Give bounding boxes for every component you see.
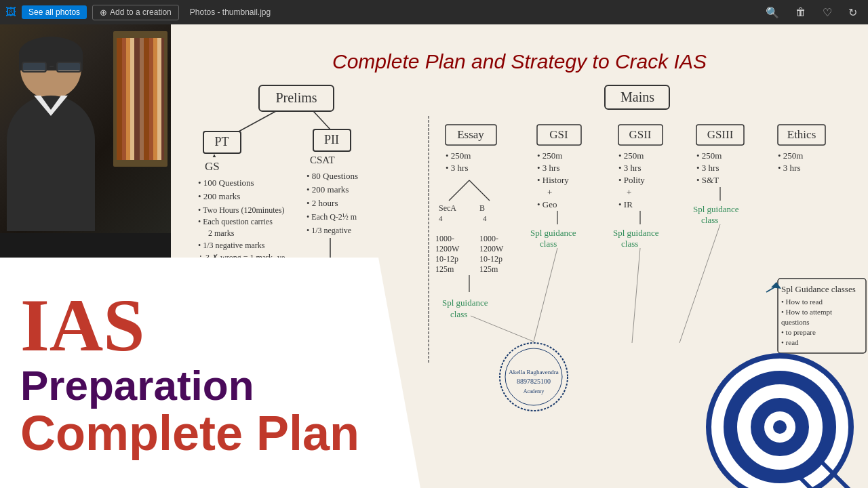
svg-text:GSI: GSI [549,128,568,141]
search-icon[interactable]: 🔍 [760,3,785,22]
svg-text:1000-: 1000- [479,234,498,243]
svg-text:• to prepare: • to prepare [781,328,816,336]
svg-text:• 250m: • 250m [618,150,644,161]
svg-text:• History: • History [537,175,569,185]
svg-text:10-12p: 10-12p [435,254,458,264]
svg-text:Prelims: Prelims [275,90,317,105]
svg-text:• Two Hours (120minutes): • Two Hours (120minutes) [198,205,284,215]
svg-text:1200W: 1200W [435,244,460,253]
svg-text:+: + [547,187,552,197]
svg-text:• 200 marks: • 200 marks [307,184,349,195]
svg-text:8897825100: 8897825100 [517,378,551,385]
svg-point-109 [773,420,787,434]
preparation-label: Preparation [20,363,366,409]
svg-text:10-12p: 10-12p [479,254,502,264]
svg-text:▲: ▲ [212,152,217,159]
svg-text:• 1/3 negative: • 1/3 negative [307,226,351,235]
svg-text:• 2 hours: • 2 hours [307,198,338,208]
svg-text:• 250m: • 250m [778,150,803,161]
see-all-label: See all photos [28,7,80,17]
svg-text:• How to read: • How to read [781,298,823,306]
svg-text:1000-: 1000- [435,234,454,243]
svg-text:Complete Plan  and  Strategy  : Complete Plan and Strategy to Crack IAS [332,50,707,73]
svg-text:• How to attempt: • How to attempt [781,308,832,316]
add-icon: ⊕ [100,7,107,18]
svg-text:• Each Q-2½ m: • Each Q-2½ m [307,212,357,222]
svg-text:Academy: Academy [524,388,545,394]
svg-text:125m: 125m [435,264,454,274]
add-to-creation-button[interactable]: ⊕ Add to a creation [92,5,179,20]
see-all-photos-button[interactable]: See all photos [22,5,87,19]
svg-text:Spl guidance: Spl guidance [442,298,488,308]
svg-text:• 100 Questions: • 100 Questions [198,178,254,188]
svg-text:GSIII: GSIII [707,128,734,141]
complete-plan-label: Complete Plan [20,409,366,458]
add-label: Add to a creation [110,7,172,17]
svg-text:class: class [621,239,638,249]
svg-text:• Geo: • Geo [537,199,557,209]
svg-text:SecA: SecA [439,203,456,213]
svg-text:• 3 hrs: • 3 hrs [696,163,719,173]
svg-text:• 1/3 negative marks: • 1/3 negative marks [198,241,265,250]
svg-text:CSAT: CSAT [310,155,335,165]
svg-text:• 200 marks: • 200 marks [198,191,240,201]
svg-text:2 marks: 2 marks [208,228,235,238]
svg-text:• Each question carries: • Each question carries [198,217,273,226]
svg-text:class: class [701,215,718,225]
svg-text:• 3 hrs: • 3 hrs [537,163,559,173]
overlay-text-panel: IAS Preparation Complete Plan [0,258,420,488]
trash-icon[interactable]: 🗑 [790,3,812,21]
svg-text:• IR: • IR [618,199,633,209]
svg-text:Ethics: Ethics [787,128,816,141]
window-title: Photos - thumbnail.jpg [190,7,271,17]
svg-text:• Polity: • Polity [618,175,645,185]
svg-text:PT: PT [214,135,229,148]
target-icon [705,352,854,488]
svg-text:Spl guidance: Spl guidance [530,228,576,238]
webcam-overlay [0,24,171,233]
rotate-icon[interactable]: ↻ [843,3,863,22]
photos-icon: 🖼 [5,6,16,18]
svg-text:class: class [540,239,557,249]
svg-text:GS: GS [205,160,220,173]
svg-text:• S&T: • S&T [696,175,719,185]
svg-text:Spl guidance: Spl guidance [693,204,739,214]
svg-text:Spl guidance: Spl guidance [613,228,659,238]
svg-text:• 3 hrs: • 3 hrs [618,163,641,173]
svg-text:GSII: GSII [629,128,651,141]
svg-text:PII: PII [324,133,339,146]
svg-text:B: B [479,203,485,213]
svg-text:• 250m: • 250m [537,150,562,161]
svg-text:• 3 hrs: • 3 hrs [778,163,800,173]
svg-text:4: 4 [439,214,443,222]
svg-text:Essay: Essay [457,128,484,141]
svg-text:questions: questions [781,318,810,326]
svg-text:• read: • read [781,338,799,346]
svg-text:• 3 hrs: • 3 hrs [446,163,468,173]
main-content: Complete Plan and Strategy to Crack IAS … [0,24,868,488]
svg-text:Spl Guidance classes: Spl Guidance classes [781,284,856,294]
svg-text:Mains: Mains [620,89,654,104]
svg-text:+: + [627,187,631,197]
svg-text:• 80 Questions: • 80 Questions [307,171,358,181]
svg-text:Akella Raghavendra: Akella Raghavendra [509,369,559,375]
svg-text:class: class [450,309,467,319]
svg-text:• 250m: • 250m [446,150,471,161]
svg-text:4: 4 [483,214,487,222]
svg-text:• 250m: • 250m [696,150,722,161]
ias-label: IAS [20,288,366,363]
svg-text:125m: 125m [479,264,498,274]
heart-icon[interactable]: ♡ [817,3,837,22]
svg-text:1200W: 1200W [479,244,504,253]
top-bar: 🖼 See all photos ⊕ Add to a creation Pho… [0,0,868,24]
